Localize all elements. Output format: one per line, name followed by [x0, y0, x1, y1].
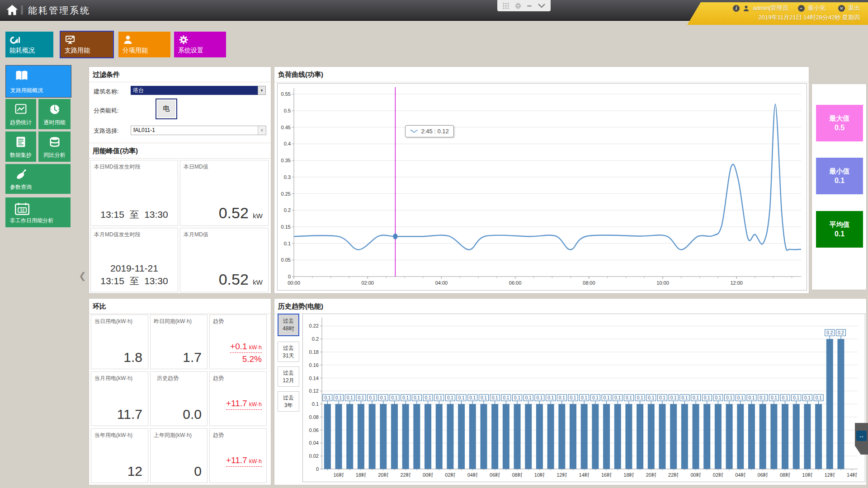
minimize-label[interactable]: 最小化 — [808, 4, 826, 12]
energy-dashboard: { "app": {"title": "能耗管理系统"}, "icons": {… — [0, 0, 868, 488]
card-label: 昨日同期(kW·h) — [151, 315, 207, 325]
sidebar-item-parameter-query[interactable]: 参数查询 — [5, 164, 71, 194]
svg-text:0.08: 0.08 — [309, 414, 319, 420]
svg-text:0.1: 0.1 — [525, 395, 532, 400]
svg-text:0.1: 0.1 — [492, 395, 498, 400]
gear-icon — [178, 34, 189, 45]
huanbi-trend-card: 趋势 +11.7 kW·h — [209, 428, 267, 483]
trend-value: +11.7 — [226, 399, 247, 408]
sidebar-item-branch-overview[interactable]: 支路用能概况 — [5, 65, 71, 98]
svg-text:0.05: 0.05 — [281, 257, 291, 263]
range-label: 48时 — [278, 325, 298, 333]
svg-text:20时: 20时 — [646, 472, 656, 478]
sidebar-item-nonworkday-analysis[interactable]: 12 非工作日用能分析 — [5, 197, 71, 227]
trend-chart-icon — [15, 103, 27, 114]
card-label: 本日MD值 — [180, 160, 268, 171]
user-row: i admin|管理员 − 最小化 ✕ 退出 — [687, 2, 868, 12]
svg-text:0.35: 0.35 — [281, 158, 291, 163]
range-label: 过去 — [278, 394, 299, 402]
range-button-12m[interactable]: 过去 12月 — [278, 366, 299, 387]
tab-label: 支路用能 — [65, 47, 90, 55]
sidebar-item-label: 非工作日用能分析 — [10, 217, 71, 225]
user-panel: i admin|管理员 − 最小化 ✕ 退出 2019年11月21日 14时28… — [687, 2, 868, 25]
home-icon[interactable] — [5, 3, 19, 17]
card-label: 本月MD值 — [180, 228, 268, 239]
satellite-dish-icon — [14, 169, 28, 180]
svg-text:0.1: 0.1 — [369, 395, 375, 400]
svg-text:04时: 04时 — [735, 472, 745, 478]
restore-icon[interactable] — [514, 2, 522, 9]
range-button-31d[interactable]: 过去 31天 — [278, 342, 299, 362]
svg-text:0.1: 0.1 — [760, 395, 766, 400]
card-value: 0 — [194, 464, 202, 479]
range-button-48h[interactable]: 过去 48时 — [278, 314, 299, 336]
svg-text:0.1: 0.1 — [637, 395, 643, 400]
minimize-circle-icon[interactable]: − — [798, 5, 805, 12]
sidebar-item-label: 同比分析 — [38, 151, 71, 159]
svg-text:04时: 04时 — [467, 472, 478, 478]
electricity-button[interactable]: 电 — [156, 99, 177, 119]
trend-percent — [226, 467, 262, 480]
logout-label[interactable]: 退出 — [848, 4, 860, 12]
svg-text:0.1: 0.1 — [704, 395, 710, 400]
clock-icon — [49, 103, 61, 115]
tab-subitem-energy[interactable]: 分项用能 — [118, 32, 170, 57]
card-label: 本日MD值发生时段 — [91, 160, 178, 171]
load-curve-panel: 负荷曲线(功率) 00.050.10.150.20.250.30.350.40.… — [274, 66, 809, 294]
svg-text:0.06: 0.06 — [309, 427, 319, 433]
info-icon[interactable]: i — [733, 5, 740, 12]
sidebar-item-data-collection[interactable]: 数据集抄 — [5, 131, 36, 162]
window-toolbar — [497, 0, 551, 11]
chevron-down-icon[interactable] — [538, 3, 546, 9]
svg-text:0.1: 0.1 — [447, 395, 453, 400]
tab-energy-overview[interactable]: 能耗概况 — [5, 32, 53, 57]
svg-text:14时: 14时 — [579, 472, 590, 478]
svg-text:0.1: 0.1 — [782, 395, 788, 400]
sidebar-item-label: 趋势统计 — [5, 119, 36, 127]
svg-text:16时: 16时 — [601, 472, 612, 478]
grid-icon[interactable] — [502, 2, 509, 9]
svg-text:0.1: 0.1 — [514, 395, 520, 400]
min-value-tile: 最小值 0.1 — [816, 158, 863, 194]
tab-label: 系统设置 — [178, 47, 203, 55]
range-button-3y[interactable]: 过去 3年 — [278, 391, 299, 412]
trend-unit: kW·h — [249, 458, 262, 465]
stat-label: 最小值 — [816, 167, 863, 176]
svg-text:12时: 12时 — [557, 472, 567, 478]
svg-text:0.1: 0.1 — [347, 395, 353, 400]
svg-text:06时: 06时 — [490, 472, 500, 478]
svg-text:0.1: 0.1 — [536, 395, 542, 400]
presentation-chart-icon — [65, 34, 75, 45]
load-curve-svg[interactable]: 00.050.10.150.20.250.30.350.40.450.50.55… — [278, 84, 806, 289]
load-curve-chart[interactable]: 00.050.10.150.20.250.30.350.40.450.50.55… — [277, 83, 807, 291]
sidebar-item-hourly-energy[interactable]: 逐时用能 — [38, 99, 71, 129]
stat-value: 0.5 — [816, 124, 863, 132]
divider — [21, 5, 23, 14]
svg-text:0.1: 0.1 — [715, 395, 721, 400]
sidebar-item-yoy-analysis[interactable]: 同比分析 — [38, 131, 71, 162]
huanbi-panel: 环比 当日用电(kW·h) 1.8 昨日同期(kW·h) 1.7 趋势 +0.1… — [89, 298, 271, 485]
collapse-sidebar-handle[interactable]: ❮ — [79, 270, 86, 281]
branch-select[interactable]: fAL011-1 ˅ — [131, 126, 266, 135]
close-circle-icon[interactable]: ✕ — [838, 5, 845, 12]
building-select[interactable]: 塔台 — [131, 86, 258, 95]
svg-text:20时: 20时 — [378, 472, 388, 478]
svg-text:22时: 22时 — [401, 472, 411, 478]
range-label: 31天 — [278, 352, 299, 360]
tab-branch-energy[interactable]: 支路用能 — [61, 32, 113, 57]
sidebar-item-trend-stats[interactable]: 趋势统计 — [5, 99, 36, 129]
card-unit: kW — [253, 212, 263, 220]
svg-text:0.55: 0.55 — [281, 91, 291, 97]
filter-peak-panel: 过滤条件 建筑名称: 塔台 ▾ 分类能耗: 电 支路选择: fAL011-1 ˅… — [89, 66, 271, 294]
minimize-icon[interactable] — [526, 3, 533, 9]
svg-text:00时: 00时 — [690, 472, 701, 478]
history-bar-svg[interactable]: 00.020.040.060.080.10.120.140.160.180.20… — [303, 314, 864, 481]
tab-system-settings[interactable]: 系统设置 — [174, 32, 226, 57]
history-bar-chart[interactable]: 00.020.040.060.080.10.120.140.160.180.20… — [302, 314, 865, 482]
stat-value: 0.1 — [816, 230, 863, 238]
svg-text:0.1: 0.1 — [503, 395, 509, 400]
building-dropdown-icon[interactable]: ▾ — [258, 86, 266, 95]
svg-text:0.1: 0.1 — [380, 395, 387, 400]
svg-text:00:00: 00:00 — [288, 280, 300, 286]
tab-label: 能耗概况 — [9, 47, 35, 55]
